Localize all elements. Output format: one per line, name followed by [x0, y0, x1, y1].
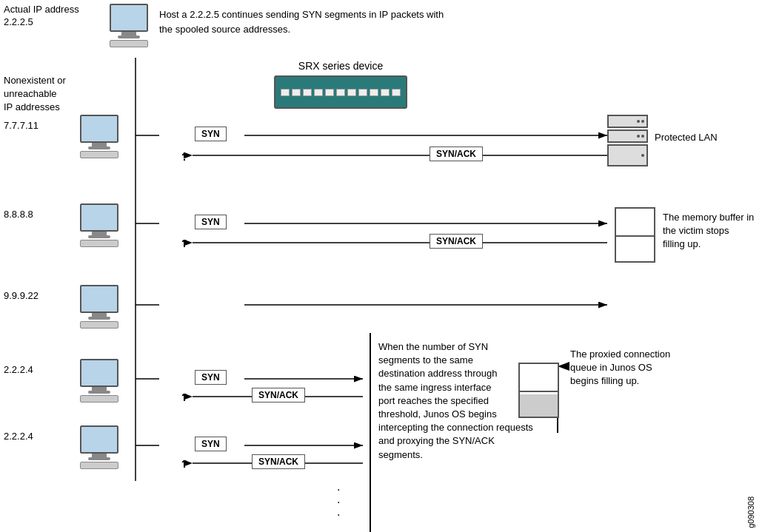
buffer-label-1: The memory buffer in the victim stops fi… — [663, 211, 754, 252]
ip-label-2: 8.8.8.8 — [4, 209, 33, 221]
keyboard-3 — [80, 321, 118, 329]
computer-3 — [80, 285, 118, 329]
synack-label-2: SYN/ACK — [430, 234, 483, 249]
server-unit-2 — [607, 129, 648, 143]
buffer-divider-1 — [615, 235, 655, 237]
ip-label-1: 7.7.7.11 — [4, 120, 39, 132]
srx-port-3 — [303, 89, 312, 96]
synack-label-1: SYN/ACK — [430, 147, 483, 161]
monitor-base-3 — [88, 317, 110, 320]
monitor-3 — [80, 285, 118, 313]
srx-device: SRX series device — [274, 59, 407, 109]
computer-2 — [80, 203, 118, 247]
keyboard-1 — [80, 151, 118, 158]
srx-port-11 — [392, 89, 401, 96]
monitor-base-1 — [88, 147, 110, 149]
monitor-base — [118, 36, 140, 38]
syn-label-4: SYN — [195, 370, 227, 385]
threshold-text: When the number of SYN segments to the s… — [378, 340, 533, 462]
server-dots-2 — [637, 135, 644, 138]
srx-label: SRX series device — [298, 59, 383, 73]
server — [607, 115, 648, 166]
monitor-2 — [80, 203, 118, 232]
srx-port-10 — [381, 89, 390, 96]
srx-port-1 — [281, 89, 290, 96]
monitor-base-5 — [88, 457, 110, 460]
keyboard — [110, 40, 148, 47]
monitor-5 — [80, 425, 118, 454]
srx-port-6 — [336, 89, 345, 96]
attacker-computer — [110, 4, 148, 47]
monitor-4 — [80, 359, 118, 387]
synack-label-4: SYN/ACK — [252, 388, 305, 403]
computer-4 — [80, 359, 118, 403]
ip-label-3: 9.9.9.22 — [4, 290, 39, 303]
srx-port-2 — [292, 89, 301, 96]
monitor-1 — [80, 115, 118, 143]
srx-port-9 — [370, 89, 378, 96]
srx-port-8 — [358, 89, 367, 96]
syn-label-1: SYN — [195, 127, 227, 141]
srx-port-7 — [347, 89, 356, 96]
protected-lan-label: Protected LAN — [655, 132, 718, 144]
actual-ip-label: Actual IP address 2.2.2.5 — [4, 4, 79, 29]
nonexistent-label: Nonexistent or unreachable IP addresses — [4, 74, 66, 115]
syn-label-2: SYN — [195, 215, 227, 229]
server-unit-3 — [607, 144, 648, 166]
question-mark-2: ? — [181, 237, 188, 250]
question-mark-3: ? — [181, 391, 188, 404]
buffer-label-2: The proxied connection queue in Junos OS… — [570, 348, 670, 388]
description-text: Host a 2.2.2.5 continues sending SYN seg… — [159, 7, 455, 36]
srx-body — [274, 75, 407, 109]
srx-port-5 — [325, 89, 334, 96]
srx-port-4 — [314, 89, 323, 96]
keyboard-5 — [80, 462, 118, 469]
srx-ports — [281, 89, 401, 96]
server-dots-1 — [637, 120, 644, 123]
computer-5 — [80, 425, 118, 469]
syn-label-5: SYN — [195, 437, 227, 451]
keyboard-2 — [80, 240, 118, 247]
diagram: Actual IP address 2.2.2.5 Host a 2.2.2.5… — [0, 0, 762, 532]
monitor-base-4 — [88, 391, 110, 394]
monitor-base-2 — [88, 235, 110, 238]
question-mark-4: ? — [181, 457, 188, 471]
figure-number: g090308 — [746, 496, 756, 528]
ip-label-5: 2.2.2.4 — [4, 431, 33, 443]
monitor — [110, 4, 148, 32]
server-dots-3 — [641, 154, 644, 157]
synack-label-5: SYN/ACK — [252, 454, 305, 469]
dots-3: . — [337, 505, 343, 520]
ip-label-4: 2.2.2.4 — [4, 364, 33, 377]
keyboard-4 — [80, 395, 118, 403]
question-mark-1: ? — [181, 150, 188, 164]
computer-1 — [80, 115, 118, 158]
server-unit-1 — [607, 115, 648, 128]
